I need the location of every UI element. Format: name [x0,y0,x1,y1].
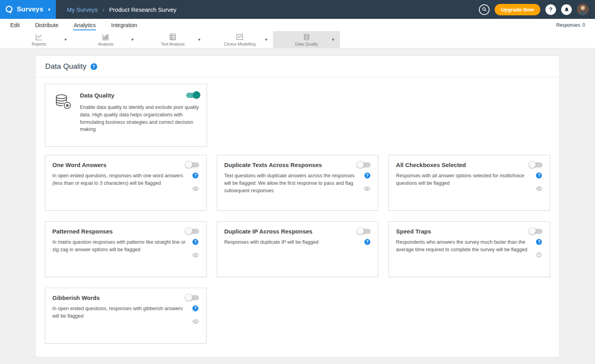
card-description: In open ended questions, responses with … [52,172,189,193]
help-icon: ? [549,6,552,13]
tab-analytics[interactable]: Analytics [73,20,96,30]
tab-edit[interactable]: Edit [10,20,20,30]
feature-cards-grid: One Word Answers In open ended questions… [45,155,550,344]
upgrade-now-button[interactable]: Upgrade Now [495,4,540,15]
toolbar-item-label: Data Quality [295,42,318,46]
card-duplicate-texts: Duplicate Texts Across Responses Text qu… [217,155,379,211]
toggle-knob [357,227,364,235]
card-speed-traps: Speed Traps Respondents who answers the … [388,221,550,277]
card-title: Duplicate Texts Across Responses [224,162,322,168]
card-duplicate-ip: Duplicate IP Across Responses Responses … [217,221,379,277]
breadcrumb: My Surveys › Product Research Survey [67,6,176,13]
duplicate-ip-toggle[interactable] [357,229,371,234]
card-description: Respondents who answers the survey much … [396,239,532,259]
help-icon[interactable]: ? [536,173,542,178]
all-checkboxes-toggle[interactable] [529,162,543,167]
card-title: Duplicate IP Across Responses [224,228,312,235]
toolbar-item-data-quality[interactable]: Data Quality ▼ [273,31,340,48]
toggle-knob [185,161,192,168]
brand-label: Surveys [17,6,44,13]
search-button[interactable] [479,4,490,15]
section-tabs: Edit Distribute Analytics Integration Re… [0,19,595,31]
toolbar-item-text-analysis[interactable]: Text Analysis ▼ [139,31,206,48]
help-icon[interactable]: ? [364,239,370,245]
preview-eye-icon[interactable] [192,252,199,260]
preview-eye-icon[interactable] [192,318,199,326]
preview-eye-icon[interactable] [364,186,370,193]
questionpro-logo-icon [5,5,14,14]
line-chart-icon [35,33,43,41]
panel-header: Data Quality ? [36,56,559,77]
surveys-app-switcher[interactable]: Surveys ▼ [0,0,56,19]
data-quality-toggle[interactable] [186,93,200,98]
analytics-toolbar: Reports ▼ Analysis ▼ Text Analysis ▼ Cho… [0,31,595,48]
card-title: Gibberish Words [52,294,100,301]
speed-traps-toggle[interactable] [529,229,543,234]
breadcrumb-separator-icon: › [102,6,104,13]
bar-chart-icon [102,33,110,41]
topbar: Surveys ▼ My Surveys › Product Research … [0,0,595,19]
breadcrumb-my-surveys[interactable]: My Surveys [67,6,98,13]
card-one-word-answers: One Word Answers In open ended questions… [45,155,207,211]
data-quality-master-card: Data Quality Enable data quality to iden… [45,84,207,147]
toolbar-item-reports[interactable]: Reports ▼ [6,31,72,48]
responses-count: Responses: 0 [556,22,585,28]
chevron-down-icon[interactable]: ▼ [331,38,335,42]
toggle-knob [185,227,192,235]
preview-eye-icon[interactable] [536,186,542,193]
one-word-answers-toggle[interactable] [186,162,199,167]
boxed-chart-icon [236,33,244,41]
toggle-knob [185,294,192,301]
card-title: Patterned Responses [52,228,113,235]
card-title: Data Quality [80,92,115,99]
help-icon[interactable]: ? [364,173,370,178]
card-description: In open ended questions, responses with … [52,305,189,326]
user-avatar[interactable] [577,4,589,15]
clock-icon[interactable] [536,252,542,259]
avatar-image [577,4,589,15]
database-badge-icon [52,92,73,138]
chevron-down-icon: ▼ [47,7,51,12]
gibberish-words-toggle[interactable] [186,295,199,300]
tab-integration[interactable]: Integration [111,20,137,30]
patterned-responses-toggle[interactable] [186,229,199,234]
master-card-content: Data Quality Enable data quality to iden… [80,92,200,138]
help-icon[interactable]: ? [536,239,542,245]
help-icon[interactable]: ? [192,239,198,245]
card-title: One Word Answers [52,162,107,168]
toggle-knob [528,161,536,168]
bell-icon [564,7,569,12]
help-button[interactable]: ? [545,4,556,15]
toolbar-item-label: Reports [32,42,46,46]
duplicate-texts-toggle[interactable] [357,162,371,167]
chevron-down-icon[interactable]: ▼ [264,38,268,42]
tab-distribute[interactable]: Distribute [35,20,59,30]
card-patterned-responses: Patterned Responses In matrix question r… [45,221,207,277]
card-description: Responses with all answer options select… [396,172,532,193]
toolbar-item-label: Choice Modelling [224,42,256,46]
card-title: Speed Traps [396,228,431,235]
chevron-down-icon[interactable]: ▼ [198,38,201,42]
toolbar-item-label: Text Analysis [161,42,185,46]
notifications-button[interactable] [561,4,572,15]
page-title: Data Quality [45,62,87,71]
breadcrumb-current-survey: Product Research Survey [109,6,176,13]
card-title: All Checkboxes Selected [396,162,466,168]
toolbar-item-choice-modelling[interactable]: Choice Modelling ▼ [206,31,273,48]
chevron-down-icon[interactable]: ▼ [131,38,134,42]
toolbar-item-label: Analysis [98,42,113,46]
help-icon[interactable]: ? [91,63,97,70]
help-icon[interactable]: ? [192,173,198,178]
card-description: In matrix question responses with patter… [52,239,189,260]
topbar-actions: Upgrade Now ? [479,4,595,15]
help-icon[interactable]: ? [192,305,198,311]
card-description: Responses with duplicate IP will be flag… [224,239,361,246]
preview-eye-icon[interactable] [192,186,199,193]
card-description: Enable data quality to identify and excl… [80,104,200,133]
search-icon [482,7,487,12]
toggle-knob [193,91,200,99]
toggle-knob [357,161,364,168]
chevron-down-icon[interactable]: ▼ [64,38,67,42]
database-icon [303,33,310,41]
toolbar-item-analysis[interactable]: Analysis ▼ [72,31,139,48]
